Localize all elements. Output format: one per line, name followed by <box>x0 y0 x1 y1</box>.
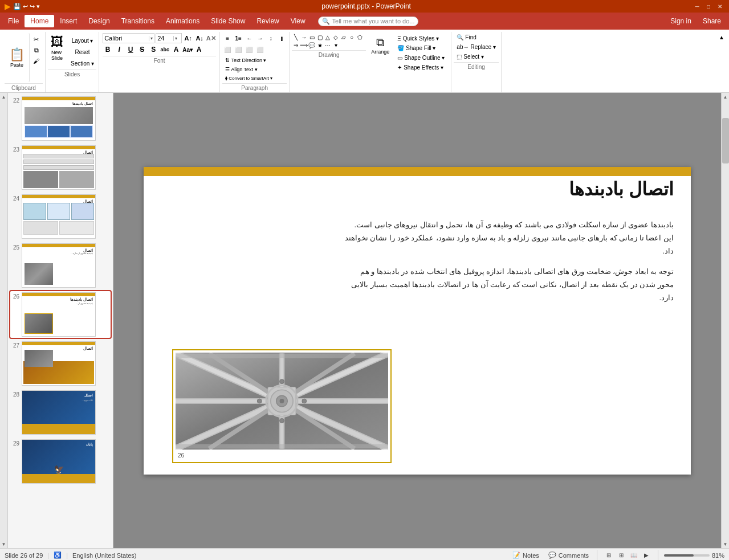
section-button[interactable]: Section ▾ <box>68 58 96 68</box>
character-spacing-button[interactable]: abc <box>160 44 170 55</box>
find-button[interactable]: 🔍 Find <box>454 33 499 42</box>
menu-file[interactable]: File <box>2 15 25 27</box>
text-direction-button[interactable]: ⇅ Text Direction ▾ <box>222 56 269 64</box>
tell-me-box[interactable]: 🔍 Tell me what you want to do... <box>318 17 419 26</box>
slide-thumb-24[interactable]: 24 اتصال <box>10 193 111 240</box>
close-button[interactable]: ✕ <box>715 2 724 10</box>
scroll-up-arrow[interactable]: ▲ <box>722 93 729 101</box>
signin-button[interactable]: Sign in <box>665 15 697 27</box>
arrange-button[interactable]: ⧉ Arrange <box>368 34 392 56</box>
shape-diamond[interactable]: ◇ <box>332 33 340 41</box>
shape-rect[interactable]: ▭ <box>308 33 316 41</box>
normal-view-button[interactable]: ⊞ <box>603 551 614 560</box>
underline-button[interactable]: U <box>125 44 136 55</box>
shape-star[interactable]: ★ <box>316 41 324 49</box>
shape-outline-button[interactable]: ▭ Shape Outline ▾ <box>394 54 447 62</box>
increase-font-button[interactable]: A↑ <box>183 33 193 43</box>
copy-button[interactable]: ⧉ <box>31 45 42 55</box>
paste-button[interactable]: 📋 Paste <box>5 33 30 82</box>
shape-arrow-line[interactable]: → <box>300 33 308 41</box>
slide-thumb-29[interactable]: 29 پایان 🦅 <box>10 438 111 485</box>
slide-thumb-25[interactable]: 25 اتصال بادبندها عضوی از سازه... <box>10 242 111 289</box>
menu-design[interactable]: Design <box>83 15 115 27</box>
font-size-dropdown[interactable]: ▾ <box>173 36 178 41</box>
slide-canvas[interactable]: اتصال بادبندها بادبندها عضوی از سازه اسک… <box>144 167 691 475</box>
slide-thumb-27[interactable]: 27 اتصال <box>10 340 111 387</box>
strikethrough-button[interactable]: S <box>137 44 147 55</box>
increase-indent-button[interactable]: → <box>255 33 265 43</box>
scroll-up-button[interactable]: ▲ <box>0 93 7 101</box>
vertical-scrollbar[interactable]: ▲ ▼ <box>721 93 729 548</box>
new-slide-button[interactable]: 🖼 NewSlide <box>48 33 66 63</box>
align-center-button[interactable]: ⬜ <box>233 44 243 55</box>
select-button[interactable]: ⬚ Select ▾ <box>454 52 499 61</box>
shape-expand[interactable]: ▾ <box>332 41 340 49</box>
align-text-button[interactable]: ☰ Align Text ▾ <box>222 66 260 73</box>
clear-format-button[interactable]: A✕ <box>206 33 216 43</box>
menu-animations[interactable]: Animations <box>160 15 205 27</box>
line-spacing-button[interactable]: ↕ <box>266 33 276 43</box>
font-size-field[interactable]: ▾ <box>156 33 182 43</box>
add-columns-button[interactable]: ⫿ <box>276 33 287 43</box>
zoom-slider[interactable] <box>664 554 710 557</box>
expand-ribbon-button[interactable]: ▲ <box>716 32 727 43</box>
slideshow-button[interactable]: ▶ <box>641 551 652 560</box>
bold-button[interactable]: B <box>103 44 113 55</box>
reset-button[interactable]: Reset <box>68 47 96 57</box>
minimize-button[interactable]: ─ <box>693 2 702 10</box>
menu-view[interactable]: View <box>285 15 311 27</box>
slide-thumb-22[interactable]: 22 اتصال بادبندها <box>10 95 111 142</box>
shape-fill-button[interactable]: 🪣 Shape Fill ▾ <box>394 44 447 52</box>
decrease-indent-button[interactable]: ← <box>244 33 254 43</box>
shape-line[interactable]: ╲ <box>292 33 300 41</box>
decrease-font-button[interactable]: A↓ <box>194 33 205 43</box>
menu-insert[interactable]: Insert <box>54 15 83 27</box>
menu-slideshow[interactable]: Slide Show <box>205 15 251 27</box>
font-name-input[interactable] <box>103 35 149 42</box>
quick-styles-button[interactable]: Ξ Quick Styles ▾ <box>394 34 447 43</box>
slide-sorter-button[interactable]: ⊞ <box>616 551 627 560</box>
scroll-down-button[interactable]: ▼ <box>0 540 7 548</box>
bullets-button[interactable]: ≡ <box>222 33 233 43</box>
justify-button[interactable]: ⬜ <box>255 44 265 55</box>
menu-review[interactable]: Review <box>251 15 284 27</box>
text-color-button[interactable]: A <box>194 44 204 55</box>
scroll-thumb[interactable] <box>722 118 729 163</box>
notes-button[interactable]: 📝 Notes <box>510 551 541 559</box>
shape-more[interactable]: ⋯ <box>324 41 332 49</box>
shape-arrow2[interactable]: ⟹ <box>300 41 308 49</box>
scroll-down-arrow[interactable]: ▼ <box>722 540 729 548</box>
shape-rounded-rect[interactable]: ▢ <box>316 33 324 41</box>
align-right-button[interactable]: ⬜ <box>244 44 254 55</box>
shape-callout[interactable]: 💬 <box>308 41 316 49</box>
numbering-button[interactable]: 1≡ <box>233 33 243 43</box>
slide-image-box[interactable]: 26 <box>172 349 392 463</box>
font-name-dropdown[interactable]: ▾ <box>149 36 154 41</box>
font-name-field[interactable]: ▾ <box>103 33 154 43</box>
shape-parallelogram[interactable]: ▱ <box>340 33 348 41</box>
shape-oval[interactable]: ○ <box>348 33 356 41</box>
cut-button[interactable]: ✂ <box>31 34 42 44</box>
shape-arrow[interactable]: ⇒ <box>292 41 300 49</box>
convert-smartart-button[interactable]: ⧫ Convert to SmartArt ▾ <box>222 75 275 82</box>
replace-button[interactable]: ab→ Replace ▾ <box>454 43 499 51</box>
share-button[interactable]: Share <box>697 15 727 27</box>
font-size-input[interactable] <box>156 35 173 42</box>
shape-triangle[interactable]: △ <box>324 33 332 41</box>
format-painter-button[interactable]: 🖌 <box>31 56 42 66</box>
change-case-button[interactable]: Aa▾ <box>182 44 193 55</box>
menu-transitions[interactable]: Transitions <box>116 15 160 27</box>
text-shadow-button[interactable]: S <box>148 44 158 55</box>
align-left-button[interactable]: ⬜ <box>222 44 233 55</box>
italic-button[interactable]: I <box>114 44 124 55</box>
reading-view-button[interactable]: 📖 <box>628 551 640 560</box>
menu-home[interactable]: Home <box>25 15 54 27</box>
slide-thumb-23[interactable]: 23 اتصال <box>10 144 111 191</box>
comments-button[interactable]: 💬 Comments <box>546 551 591 559</box>
font-color-btn[interactable]: A <box>171 44 181 55</box>
restore-button[interactable]: □ <box>704 2 713 10</box>
layout-button[interactable]: Layout ▾ <box>68 35 96 46</box>
shape-pentagon[interactable]: ⬠ <box>356 33 364 41</box>
shape-effects-button[interactable]: ✦ Shape Effects ▾ <box>394 63 447 72</box>
slide-thumb-26[interactable]: 26 اتصال بادبندها بادبندها عضوی از... <box>10 291 111 338</box>
